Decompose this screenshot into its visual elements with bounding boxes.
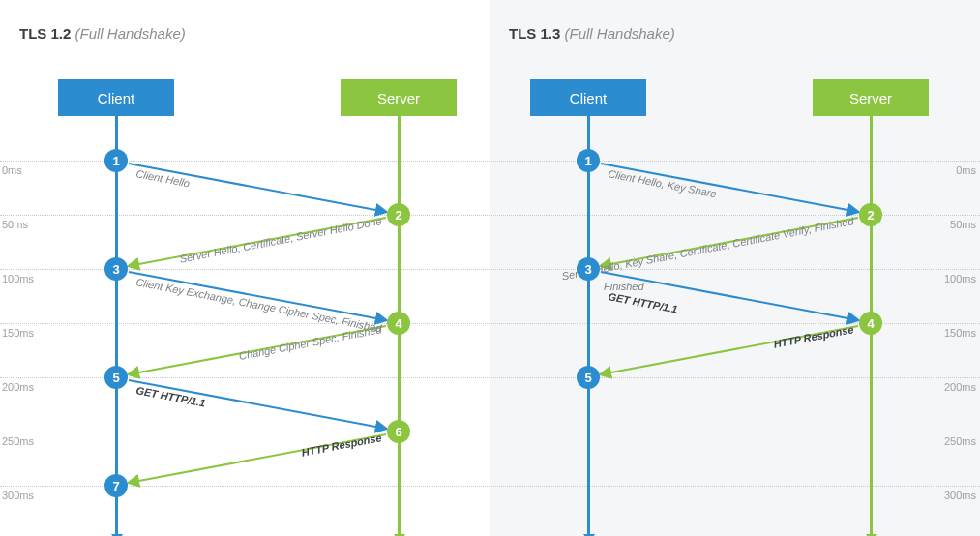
title-subtitle: (Full Handshake) (565, 25, 675, 42)
panel-tls13: TLS 1.3 (Full Handshake) Client Server 0… (490, 0, 980, 536)
msg-label-6: HTTP Response (301, 432, 383, 459)
msg-label-3: Client Key Exchange, Change Cipher Spec,… (135, 276, 384, 334)
msg-label-1: Client Hello, Key Share (608, 167, 718, 199)
step-node-4: 4 (859, 312, 882, 335)
gridline-250ms: 250ms (490, 432, 980, 432)
gridline-300ms: 300ms (490, 486, 980, 487)
msg-arrow-6 (129, 434, 386, 483)
participant-client: Client (530, 79, 646, 116)
time-label: 100ms (2, 273, 34, 284)
panel-tls12: TLS 1.2 (Full Handshake) Client Server 0… (0, 0, 490, 536)
gridline-200ms: 200ms (490, 377, 980, 378)
time-label: 200ms (944, 381, 976, 393)
gridline-100ms: 100ms (490, 269, 980, 270)
gridline-50ms: 50ms (0, 215, 490, 216)
gridline-0ms: 0ms (490, 161, 980, 162)
step-node-1: 1 (577, 149, 600, 172)
time-label: 200ms (2, 381, 34, 393)
msg-arrow-2 (129, 218, 386, 266)
msg-arrow-1 (129, 164, 386, 212)
lifeline-client (587, 116, 590, 536)
time-label: 300ms (2, 490, 34, 501)
step-node-3: 3 (577, 257, 600, 281)
panel-title: TLS 1.3 (Full Handshake) (509, 25, 675, 42)
time-label: 150ms (944, 327, 976, 339)
step-node-6: 6 (387, 420, 410, 443)
msg-arrow-3 (129, 272, 386, 320)
time-label: 300ms (944, 490, 976, 501)
participant-client: Client (58, 79, 174, 116)
step-node-5: 5 (577, 366, 600, 389)
diagram-container: TLS 1.2 (Full Handshake) Client Server 0… (0, 0, 980, 536)
gridline-300ms: 300ms (0, 486, 490, 487)
gridline-100ms: 100ms (0, 269, 490, 270)
msg-label-3: GET HTTP/1.1 (608, 290, 679, 314)
participant-server: Server (813, 79, 929, 116)
time-label: 50ms (2, 219, 28, 230)
gridline-50ms: 50ms (490, 215, 980, 216)
title-version: TLS 1.3 (509, 25, 560, 42)
msg-arrow-5 (129, 380, 386, 429)
gridline-250ms: 250ms (0, 432, 490, 432)
step-node-1: 1 (104, 149, 128, 172)
msg-label-4: HTTP Response (773, 323, 855, 350)
time-label: 100ms (944, 273, 976, 284)
title-version: TLS 1.2 (19, 25, 71, 42)
gridline-0ms: 0ms (0, 161, 490, 162)
msg-label-2: Server Hello, Key Share, Certificate, Ce… (561, 215, 856, 282)
time-label: 0ms (2, 164, 22, 176)
time-label: 0ms (956, 164, 976, 176)
lifeline-client (115, 116, 118, 536)
msg-arrow-4 (601, 326, 858, 374)
msg-label-1: Client Hello (135, 167, 192, 189)
step-node-2: 2 (859, 203, 882, 226)
msg-extra-finished: Finished (604, 281, 644, 292)
time-label: 250ms (2, 435, 34, 447)
msg-label-2: Server Hello, Certificate, Server Hello … (179, 215, 383, 265)
msg-arrow-1 (601, 164, 858, 212)
step-node-7: 7 (104, 474, 128, 497)
msg-label-4: Change Cipher Spec, Finished (238, 323, 383, 362)
msg-label-5: GET HTTP/1.1 (135, 384, 207, 408)
step-node-2: 2 (387, 203, 410, 226)
msg-arrow-4 (129, 326, 386, 374)
panel-title: TLS 1.2 (Full Handshake) (19, 25, 186, 42)
step-node-4: 4 (387, 312, 410, 335)
gridline-150ms: 150ms (0, 323, 490, 324)
time-label: 50ms (950, 219, 976, 230)
title-subtitle: (Full Handshake) (75, 25, 186, 42)
time-label: 250ms (944, 435, 976, 447)
gridline-150ms: 150ms (490, 323, 980, 324)
msg-arrow-3 (601, 272, 858, 320)
msg-arrow-2 (601, 218, 858, 266)
time-label: 150ms (2, 327, 34, 339)
step-node-5: 5 (104, 366, 128, 389)
participant-server: Server (341, 79, 457, 116)
step-node-3: 3 (104, 257, 128, 281)
gridline-200ms: 200ms (0, 377, 490, 378)
